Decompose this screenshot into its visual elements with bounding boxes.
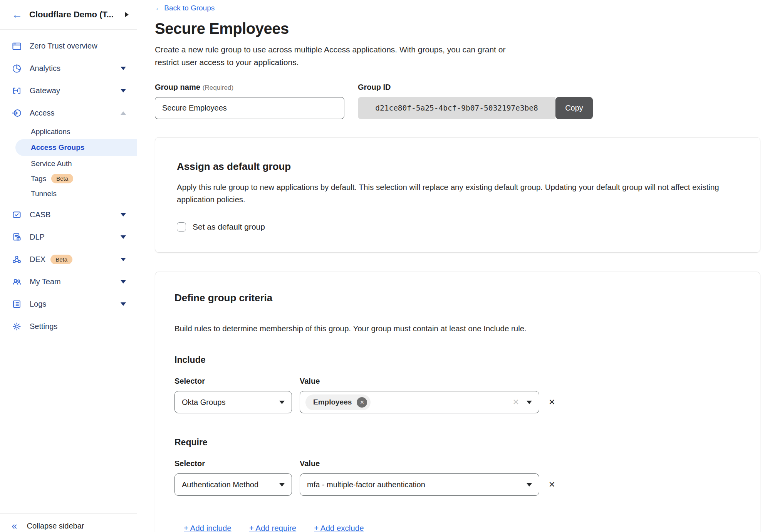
value-label: Value bbox=[300, 459, 320, 468]
dlp-document-lock-icon bbox=[12, 232, 22, 242]
sidebar: ← Cloudflare Demo (T... Zero Trust overv… bbox=[0, 0, 137, 532]
chevron-down-icon bbox=[121, 67, 126, 70]
chevron-down-icon bbox=[121, 302, 126, 306]
group-id-value: d21ce80f-5a25-4bcf-9b07-5032197e3be8 bbox=[358, 97, 555, 119]
copy-button[interactable]: Copy bbox=[555, 97, 593, 119]
set-default-group-row: Set as default group bbox=[177, 222, 738, 232]
sidebar-footer-divider bbox=[0, 513, 137, 514]
group-id-field: Group ID d21ce80f-5a25-4bcf-9b07-5032197… bbox=[358, 83, 593, 119]
access-arrow-icon bbox=[12, 108, 22, 118]
sidebar-item-access[interactable]: Access bbox=[0, 102, 137, 124]
sidebar-item-tags[interactable]: TagsBeta bbox=[0, 171, 137, 186]
assign-default-group-title: Assign as default group bbox=[177, 161, 738, 173]
sidebar-item-dlp[interactable]: DLP bbox=[0, 226, 137, 248]
tag-remove-icon[interactable]: ✕ bbox=[357, 397, 367, 408]
include-selector-dropdown[interactable]: Okta Groups bbox=[174, 391, 292, 413]
main-content: ← Back to Groups Secure Employees Create… bbox=[137, 0, 770, 532]
sidebar-item-dex[interactable]: DEXBeta bbox=[0, 248, 137, 270]
add-exclude-link[interactable]: + Add exclude bbox=[314, 524, 364, 532]
sidebar-item-access-groups[interactable]: Access Groups bbox=[15, 139, 137, 156]
casb-check-icon bbox=[12, 210, 22, 220]
sidebar-item-label: Logs bbox=[30, 300, 46, 309]
sidebar-item-label: Access Groups bbox=[31, 143, 84, 152]
chevron-down-icon bbox=[121, 89, 126, 92]
sidebar-item-settings[interactable]: Settings bbox=[0, 315, 137, 337]
chevron-down-icon bbox=[279, 401, 285, 404]
required-hint: (Required) bbox=[203, 84, 233, 91]
sidebar-item-service-auth[interactable]: Service Auth bbox=[0, 156, 137, 171]
team-people-icon bbox=[12, 277, 22, 287]
double-chevron-left-icon: « bbox=[12, 521, 17, 531]
sidebar-item-applications[interactable]: Applications bbox=[0, 124, 137, 139]
chevron-down-icon bbox=[121, 258, 126, 261]
set-default-group-checkbox[interactable] bbox=[177, 222, 186, 232]
sidebar-item-label: DEX bbox=[30, 255, 45, 264]
group-name-field: Group name(Required) bbox=[155, 83, 344, 119]
chevron-up-icon bbox=[121, 111, 126, 115]
include-heading: Include bbox=[174, 355, 741, 365]
sidebar-item-label: CASB bbox=[30, 210, 50, 219]
require-value-dropdown[interactable]: mfa - multiple-factor authentication bbox=[300, 473, 539, 496]
page-title: Secure Employees bbox=[155, 20, 770, 37]
require-value: mfa - multiple-factor authentication bbox=[307, 480, 527, 489]
include-selector-value: Okta Groups bbox=[182, 398, 279, 407]
add-require-link[interactable]: + Add require bbox=[249, 524, 297, 532]
define-group-criteria-card: Define group criteria Build rules to det… bbox=[155, 272, 760, 532]
group-id-label: Group ID bbox=[358, 83, 593, 92]
sidebar-item-logs[interactable]: Logs bbox=[0, 293, 137, 315]
sidebar-item-analytics[interactable]: Analytics bbox=[0, 57, 137, 79]
selector-label: Selector bbox=[174, 377, 292, 386]
require-heading: Require bbox=[174, 437, 741, 448]
set-default-group-label: Set as default group bbox=[193, 222, 265, 232]
gear-icon bbox=[12, 321, 22, 332]
add-include-link[interactable]: + Add include bbox=[184, 524, 232, 532]
chevron-right-icon bbox=[125, 12, 129, 17]
sidebar-item-label: Applications bbox=[31, 128, 70, 136]
group-name-input[interactable] bbox=[155, 97, 344, 119]
add-rule-links: + Add include + Add require + Add exclud… bbox=[184, 524, 741, 532]
arrow-left-icon[interactable]: ← bbox=[12, 9, 22, 20]
collapse-sidebar-label: Collapse sidebar bbox=[27, 522, 84, 530]
include-value-multiselect[interactable]: Employees ✕ ✕ bbox=[300, 391, 539, 413]
logs-list-icon bbox=[12, 299, 22, 309]
selector-label: Selector bbox=[174, 459, 292, 468]
account-switcher[interactable]: ← Cloudflare Demo (T... bbox=[0, 0, 137, 30]
chevron-down-icon bbox=[279, 483, 285, 487]
account-name: Cloudflare Demo (T... bbox=[29, 10, 114, 20]
sidebar-item-label: My Team bbox=[30, 277, 61, 286]
overview-window-icon bbox=[12, 41, 22, 51]
group-name-id-row: Group name(Required) Group ID d21ce80f-5… bbox=[155, 83, 770, 119]
sidebar-item-label: Access bbox=[30, 109, 54, 117]
sidebar-item-label: Analytics bbox=[30, 64, 60, 73]
sidebar-item-casb[interactable]: CASB bbox=[0, 203, 137, 226]
collapse-sidebar-button[interactable]: « Collapse sidebar bbox=[0, 521, 84, 531]
include-labels-row: Selector Value bbox=[174, 377, 741, 386]
assign-default-group-description: Apply this rule group to new application… bbox=[177, 181, 738, 206]
value-tag: Employees ✕ bbox=[305, 394, 371, 410]
chevron-down-icon bbox=[527, 483, 532, 487]
chevron-down-icon bbox=[121, 213, 126, 216]
sidebar-item-my-team[interactable]: My Team bbox=[0, 270, 137, 293]
require-selector-dropdown[interactable]: Authentication Method bbox=[174, 473, 292, 496]
sidebar-item-tunnels[interactable]: Tunnels bbox=[0, 186, 137, 201]
sidebar-item-gateway[interactable]: Gateway bbox=[0, 79, 137, 102]
require-labels-row: Selector Value bbox=[174, 459, 741, 468]
chevron-down-icon bbox=[527, 401, 532, 404]
group-id-box: d21ce80f-5a25-4bcf-9b07-5032197e3be8 Cop… bbox=[358, 97, 593, 119]
page-description: Create a new rule group to use across mu… bbox=[155, 44, 527, 69]
clear-values-icon[interactable]: ✕ bbox=[512, 398, 519, 407]
sidebar-item-label: Settings bbox=[30, 322, 57, 331]
back-to-groups-link[interactable]: ← Back to Groups bbox=[155, 4, 215, 12]
value-label: Value bbox=[300, 377, 320, 386]
remove-include-rule-icon[interactable]: ✕ bbox=[549, 398, 555, 407]
group-name-label: Group name(Required) bbox=[155, 83, 344, 92]
sidebar-item-zero-trust-overview[interactable]: Zero Trust overview bbox=[0, 35, 137, 57]
chevron-down-icon bbox=[121, 235, 126, 239]
require-selector-value: Authentication Method bbox=[182, 480, 279, 489]
beta-badge: Beta bbox=[51, 174, 73, 183]
chevron-down-icon bbox=[121, 280, 126, 284]
multiselect-controls: ✕ bbox=[512, 398, 532, 407]
require-rule-row: Authentication Method mfa - multiple-fac… bbox=[174, 473, 741, 496]
remove-require-rule-icon[interactable]: ✕ bbox=[549, 480, 555, 489]
sidebar-item-label: Gateway bbox=[30, 86, 60, 95]
